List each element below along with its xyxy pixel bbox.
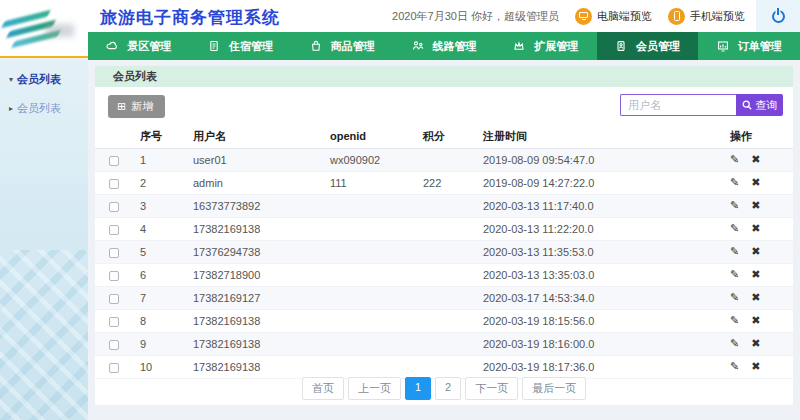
delete-icon[interactable]: ✖ xyxy=(751,291,760,304)
pagination-page-2[interactable]: 2 xyxy=(435,377,461,400)
delete-icon[interactable]: ✖ xyxy=(751,199,760,212)
search-input[interactable] xyxy=(620,94,736,116)
main-navbar: 景区管理 住宿管理 商品管理 线路管理 扩展管理 会员管理 订单管理 xyxy=(88,32,800,60)
pagination-first[interactable]: 首页 xyxy=(302,377,344,400)
nav-item-goods[interactable]: 商品管理 xyxy=(291,32,393,60)
app-title: 旅游电子商务管理系统 xyxy=(100,6,280,29)
sidebar-item-member-list-child[interactable]: ▸ 会员列表 xyxy=(0,94,88,123)
sidebar: ▾ 会员列表 ▸ 会员列表 xyxy=(0,60,88,420)
table-header-row: 序号 用户名 openid 积分 注册时间 操作 xyxy=(95,125,793,148)
table-row: 6 17382718900 2020-03-13 13:35:03.0 ✎✖ xyxy=(95,263,793,286)
sidebar-item-member-list-parent[interactable]: ▾ 会员列表 xyxy=(0,65,88,94)
pc-preview-label: 电脑端预览 xyxy=(597,9,652,24)
delete-icon[interactable]: ✖ xyxy=(751,360,760,373)
main-area: 会员列表 ⊞ 新增 查询 序号 用户 xyxy=(88,60,800,420)
search-group: 查询 xyxy=(620,94,783,116)
power-icon xyxy=(772,10,785,23)
header-right-group: 2020年7月30日 你好，超级管理员 电脑端预览 手机端预览 xyxy=(392,0,745,32)
nav-item-scenic[interactable]: 景区管理 xyxy=(88,32,190,60)
delete-icon[interactable]: ✖ xyxy=(751,337,760,350)
delete-icon[interactable]: ✖ xyxy=(751,245,760,258)
member-table: 序号 用户名 openid 积分 注册时间 操作 1 user01 wx0909… xyxy=(95,125,793,379)
edit-icon[interactable]: ✎ xyxy=(730,245,739,258)
add-button[interactable]: ⊞ 新增 xyxy=(108,95,165,118)
row-checkbox[interactable] xyxy=(109,202,119,212)
table-row: 9 17382169138 2020-03-19 18:16:00.0 ✎✖ xyxy=(95,332,793,355)
edit-icon[interactable]: ✎ xyxy=(730,360,739,373)
row-checkbox[interactable] xyxy=(109,225,119,235)
logo xyxy=(0,0,88,58)
mobile-preview-button[interactable]: 手机端预览 xyxy=(668,8,745,25)
pc-preview-button[interactable]: 电脑端预览 xyxy=(575,8,652,25)
nav-item-lodging[interactable]: 住宿管理 xyxy=(190,32,292,60)
table-row: 2 admin 111 222 2019-08-09 14:27:22.0 ✎✖ xyxy=(95,171,793,194)
col-time: 注册时间 xyxy=(483,125,700,148)
shopping-bag-icon xyxy=(310,40,322,52)
mobile-preview-label: 手机端预览 xyxy=(690,9,745,24)
pagination: 首页 上一页 1 2 下一页 最后一页 xyxy=(95,377,793,400)
row-checkbox[interactable] xyxy=(109,271,119,281)
id-badge-icon xyxy=(615,40,627,52)
plus-icon: ⊞ xyxy=(117,101,126,112)
row-checkbox[interactable] xyxy=(109,179,119,189)
row-checkbox[interactable] xyxy=(109,294,119,304)
row-checkbox[interactable] xyxy=(109,248,119,258)
route-people-icon xyxy=(412,40,424,52)
table-row: 4 17382169138 2020-03-13 11:22:20.0 ✎✖ xyxy=(95,217,793,240)
row-checkbox[interactable] xyxy=(109,156,119,166)
delete-icon[interactable]: ✖ xyxy=(751,176,760,189)
crown-icon xyxy=(513,40,525,52)
delete-icon[interactable]: ✖ xyxy=(751,222,760,235)
cloud-icon xyxy=(106,40,118,52)
phone-icon xyxy=(668,8,685,25)
content-card: 会员列表 ⊞ 新增 查询 序号 用户 xyxy=(95,66,793,405)
pagination-prev[interactable]: 上一页 xyxy=(348,377,401,400)
table-row: 10 17382169138 2020-03-19 18:17:36.0 ✎✖ xyxy=(95,355,793,378)
edit-icon[interactable]: ✎ xyxy=(730,337,739,350)
toolbar: ⊞ 新增 查询 xyxy=(95,93,793,119)
row-checkbox[interactable] xyxy=(109,317,119,327)
table-row: 1 user01 wx090902 2019-08-09 09:54:47.0 … xyxy=(95,148,793,171)
table-row: 5 17376294738 2020-03-13 11:35:53.0 ✎✖ xyxy=(95,240,793,263)
chevron-right-icon: ▸ xyxy=(9,104,13,113)
edit-icon[interactable]: ✎ xyxy=(730,199,739,212)
document-icon xyxy=(208,40,220,52)
delete-icon[interactable]: ✖ xyxy=(751,153,760,166)
top-header: 旅游电子商务管理系统 2020年7月30日 你好，超级管理员 电脑端预览 手机端… xyxy=(0,0,800,32)
nav-item-extension[interactable]: 扩展管理 xyxy=(495,32,597,60)
col-openid: openid xyxy=(330,125,423,148)
row-checkbox[interactable] xyxy=(109,363,119,373)
table-row: 7 17382169127 2020-03-17 14:53:34.0 ✎✖ xyxy=(95,286,793,309)
edit-icon[interactable]: ✎ xyxy=(730,222,739,235)
nav-item-member[interactable]: 会员管理 xyxy=(597,32,699,60)
nav-item-order[interactable]: 订单管理 xyxy=(698,32,800,60)
col-ops: 操作 xyxy=(700,125,793,148)
delete-icon[interactable]: ✖ xyxy=(751,268,760,281)
breadcrumb: 会员列表 xyxy=(95,66,793,87)
edit-icon[interactable]: ✎ xyxy=(730,314,739,327)
table-row: 3 16373773892 2020-03-13 11:17:40.0 ✎✖ xyxy=(95,194,793,217)
delete-icon[interactable]: ✖ xyxy=(751,314,760,327)
row-checkbox[interactable] xyxy=(109,340,119,350)
pagination-last[interactable]: 最后一页 xyxy=(522,377,586,400)
chevron-down-icon: ▾ xyxy=(9,75,13,84)
date-greeting: 2020年7月30日 你好，超级管理员 xyxy=(392,9,559,24)
nav-item-route[interactable]: 线路管理 xyxy=(393,32,495,60)
col-no: 序号 xyxy=(140,125,193,148)
table-row: 8 17382169138 2020-03-19 18:15:56.0 ✎✖ xyxy=(95,309,793,332)
col-points: 积分 xyxy=(423,125,483,148)
search-icon xyxy=(742,100,752,110)
select-column-header xyxy=(95,125,140,148)
chart-icon xyxy=(717,40,729,52)
search-button[interactable]: 查询 xyxy=(736,94,783,116)
edit-icon[interactable]: ✎ xyxy=(730,268,739,281)
logout-button[interactable] xyxy=(756,0,800,32)
edit-icon[interactable]: ✎ xyxy=(730,291,739,304)
pagination-next[interactable]: 下一页 xyxy=(465,377,518,400)
col-username: 用户名 xyxy=(193,125,330,148)
edit-icon[interactable]: ✎ xyxy=(730,153,739,166)
monitor-icon xyxy=(575,8,592,25)
pagination-page-1[interactable]: 1 xyxy=(405,377,431,400)
edit-icon[interactable]: ✎ xyxy=(730,176,739,189)
